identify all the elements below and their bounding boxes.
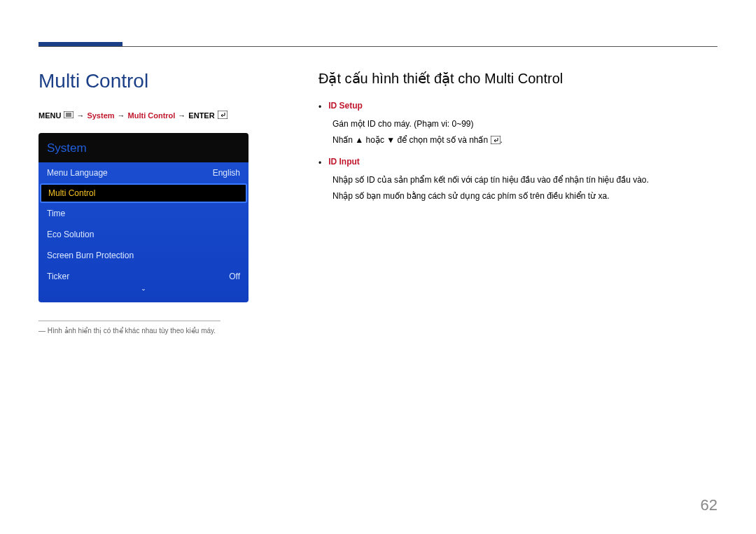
osd-row-label: Screen Burn Protection [47,251,134,260]
osd-row-label: Ticker [47,272,69,281]
bullet-line: Nhấn ▲ hoặc ▼ để chọn một số và nhấn . [332,133,718,148]
osd-scroll-down-icon[interactable]: ˇ [38,287,248,302]
osd-row-label: Eco Solution [47,230,94,239]
arrow-icon: → [118,111,125,120]
breadcrumb-menu: MENU [38,111,61,120]
arrow-icon: → [76,111,84,120]
svg-rect-4 [218,111,227,119]
osd-row-ticker[interactable]: Ticker Off [38,266,248,287]
footnote-rule [38,321,220,321]
osd-row-label: Menu Language [47,168,108,178]
breadcrumb-system: System [87,111,114,120]
osd-row-menu-language[interactable]: Menu Language English [38,162,248,183]
osd-row-label: Multi Control [48,188,95,198]
menu-icon [64,111,74,120]
menu-breadcrumb: MENU → System → Multi Control → ENTER [38,111,248,120]
footnote-text: ― Hình ảnh hiển thị có thể khác nhau tùy… [38,327,248,335]
osd-row-eco-solution[interactable]: Eco Solution [38,224,248,245]
enter-icon [491,134,500,148]
arrow-icon: → [178,111,186,120]
osd-row-value: Off [229,272,240,281]
osd-row-screen-burn[interactable]: Screen Burn Protection [38,245,248,266]
bullet-line: Gán một ID cho máy. (Phạm vi: 0~99) [332,117,718,131]
bullet-id-input: • ID Input [318,155,718,170]
osd-row-multi-control[interactable]: Multi Control [40,183,247,203]
top-rule [38,46,718,47]
page-number: 62 [701,496,718,514]
osd-row-time[interactable]: Time [38,203,248,224]
bullet-line: Nhập số bạn muốn bằng cách sử dụng các p… [332,189,718,203]
osd-row-value: English [213,168,240,178]
bullet-dot-icon: • [318,155,321,170]
bullet-group: • ID Setup Gán một ID cho máy. (Phạm vi:… [318,99,718,203]
osd-body: Menu Language English Multi Control Time… [38,162,248,302]
two-column-layout: Multi Control MENU → System → Multi Cont… [38,42,718,335]
bullet-title: ID Setup [328,99,363,114]
bullet-line: Nhập số ID của sản phẩm kết nối với cáp … [332,173,718,187]
svg-rect-5 [491,136,500,144]
osd-row-label: Time [47,209,65,218]
footnote-content: Hình ảnh hiển thị có thể khác nhau tùy t… [48,327,216,335]
bullet-body: Nhập số ID của sản phẩm kết nối với cáp … [332,173,718,203]
manual-page: Multi Control MENU → System → Multi Cont… [0,0,756,534]
osd-panel: System Menu Language English Multi Contr… [38,133,248,302]
osd-title: System [38,133,248,162]
breadcrumb-multicontrol: Multi Control [128,111,176,120]
breadcrumb-enter: ENTER [188,111,214,120]
bullet-title: ID Input [328,155,360,170]
bullet-dot-icon: • [318,99,321,114]
section-title: Multi Control [38,70,248,92]
bullet-body: Gán một ID cho máy. (Phạm vi: 0~99) Nhấn… [332,117,718,148]
right-column: Đặt cấu hình thiết đặt cho Multi Control… [318,70,718,335]
top-tab-accent [38,42,122,46]
bullet-line-text: Nhấn ▲ hoặc ▼ để chọn một số và nhấn [332,135,491,145]
enter-icon [218,111,227,120]
content-heading: Đặt cấu hình thiết đặt cho Multi Control [318,70,718,87]
left-column: Multi Control MENU → System → Multi Cont… [38,70,248,335]
bullet-id-setup: • ID Setup [318,99,718,114]
